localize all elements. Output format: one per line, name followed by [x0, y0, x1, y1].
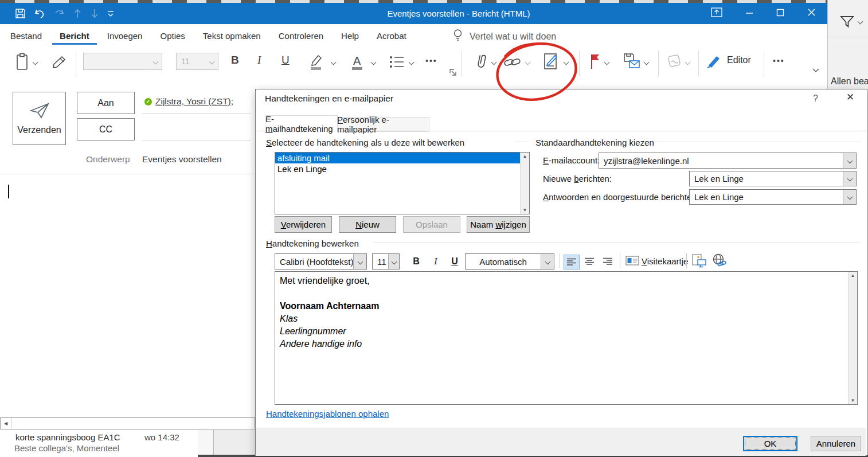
- align-right-button[interactable]: [600, 255, 615, 268]
- signature-size-combo[interactable]: 11: [372, 253, 400, 269]
- new-button[interactable]: Nieuw: [339, 216, 396, 233]
- collapse-ribbon-icon[interactable]: [812, 68, 820, 73]
- more-commands-button[interactable]: •••: [773, 56, 785, 65]
- tab-personal-stationery[interactable]: Persoonlijk e-mailpapier: [337, 117, 429, 132]
- save-send-dropdown-icon[interactable]: [644, 60, 650, 65]
- sig-bold-button[interactable]: B: [409, 255, 424, 268]
- ok-button[interactable]: OK: [743, 436, 797, 451]
- move-up-icon: [73, 8, 82, 19]
- signature-item-selected[interactable]: afsluiting mail: [275, 153, 529, 163]
- signature-font-combo[interactable]: Calibri (Hoofdtekst): [275, 253, 367, 269]
- sig-underline-button[interactable]: U: [447, 255, 462, 268]
- filter-dropdown-icon[interactable]: [858, 19, 863, 25]
- cc-button[interactable]: CC: [77, 118, 135, 140]
- paste-dropdown-icon[interactable]: [33, 60, 38, 65]
- tab-help[interactable]: Help: [334, 26, 366, 45]
- send-label: Verzenden: [17, 125, 61, 135]
- scroll-up-icon[interactable]: ▲: [851, 273, 855, 278]
- highlight-button[interactable]: [308, 53, 324, 72]
- dialog-title: Handtekeningen en e-mailpapier: [265, 93, 393, 104]
- rename-button[interactable]: Naam wijzigen: [467, 216, 530, 233]
- format-painter-button[interactable]: [52, 55, 68, 70]
- filter-icon[interactable]: [839, 15, 855, 33]
- save-icon[interactable]: [15, 8, 26, 19]
- font-color-combo[interactable]: Automatisch: [465, 253, 554, 269]
- message-preview: Beste collega's, Momenteel: [14, 443, 119, 453]
- cancel-button[interactable]: Annuleren: [811, 436, 861, 451]
- replies-forwards-combo[interactable]: Lek en Linge: [689, 189, 857, 205]
- signature-list[interactable]: afsluiting mail Lek en Linge ▲ ▼: [275, 152, 530, 214]
- scroll-up-icon[interactable]: ▲: [523, 154, 527, 159]
- bullets-icon: [389, 55, 405, 69]
- maximize-icon[interactable]: [776, 9, 784, 19]
- close-icon[interactable]: [807, 8, 816, 19]
- email-account-combo[interactable]: yzijlstra@lekenlinge.nl: [599, 153, 857, 169]
- align-center-button[interactable]: [582, 255, 597, 268]
- to-field-underline: [142, 113, 251, 114]
- tab-bestand[interactable]: Bestand: [3, 26, 49, 45]
- tab-invoegen[interactable]: Invoegen: [100, 26, 150, 45]
- paper-plane-icon: [29, 102, 50, 119]
- align-left-button[interactable]: [564, 255, 580, 269]
- business-card-icon[interactable]: [625, 256, 639, 268]
- highlight-dropdown-icon[interactable]: [331, 60, 337, 65]
- minimize-icon[interactable]: [745, 9, 753, 19]
- font-color-button[interactable]: A: [350, 53, 365, 72]
- signature-line-name: Voornaam Achternaam: [280, 300, 379, 313]
- customize-qat-icon[interactable]: [107, 10, 114, 17]
- bullets-button[interactable]: [389, 55, 405, 69]
- insert-picture-icon[interactable]: [692, 254, 707, 270]
- tab-opties[interactable]: Opties: [153, 26, 192, 45]
- dialog-launcher-icon[interactable]: [449, 69, 457, 76]
- scroll-down-icon[interactable]: ▼: [851, 398, 855, 403]
- italic-button[interactable]: I: [257, 54, 261, 67]
- editor-label[interactable]: Editor: [727, 55, 751, 65]
- bullets-dropdown-icon[interactable]: [409, 60, 415, 65]
- underline-button[interactable]: U: [281, 54, 290, 67]
- font-color-dropdown-icon[interactable]: [371, 60, 377, 65]
- sig-italic-button[interactable]: I: [428, 255, 443, 268]
- signature-line-class: Klas: [280, 313, 379, 325]
- close-icon[interactable]: ✕: [843, 91, 858, 105]
- horizontal-scrollbar[interactable]: ◀: [0, 417, 255, 429]
- message-subject[interactable]: korte spanningsboog EA1C: [15, 432, 120, 442]
- group-line: [515, 142, 529, 142]
- format-painter-icon: [52, 55, 68, 70]
- ribbon-display-options-icon[interactable]: [711, 7, 722, 19]
- group-divider: [764, 50, 764, 77]
- send-button[interactable]: Verzenden: [13, 92, 66, 145]
- undo-icon[interactable]: [34, 8, 45, 19]
- paste-button[interactable]: [15, 53, 30, 71]
- compose-body[interactable]: ◀: [0, 174, 255, 431]
- delete-button[interactable]: Verwijderen: [275, 216, 332, 233]
- bold-button[interactable]: B: [231, 54, 239, 67]
- get-signature-templates-link[interactable]: Handtekeningsjablonen ophalen: [266, 409, 389, 419]
- list-scrollbar[interactable]: ▲ ▼: [520, 153, 529, 214]
- signature-item[interactable]: Lek en Linge: [275, 163, 529, 174]
- editor-scrollbar[interactable]: ▲ ▼: [848, 272, 857, 404]
- more-formatting-button[interactable]: •••: [425, 56, 437, 65]
- save-send-button[interactable]: [623, 52, 641, 71]
- presence-badge: ✓: [144, 98, 152, 106]
- tab-acrobat[interactable]: Acrobat: [369, 26, 414, 45]
- tab-bericht[interactable]: Bericht: [52, 26, 97, 45]
- hyperlink-globe-icon[interactable]: [711, 253, 726, 270]
- to-button[interactable]: Aan: [77, 92, 135, 114]
- tab-tekst-opmaken[interactable]: Tekst opmaken: [196, 26, 268, 45]
- flag-dropdown-icon[interactable]: [604, 60, 610, 65]
- editor-pen-icon: [706, 54, 722, 69]
- message-time: wo 14:32: [144, 432, 179, 442]
- editor-button[interactable]: [706, 54, 722, 69]
- tab-controleren[interactable]: Controleren: [271, 26, 331, 45]
- signature-editor[interactable]: Met vriendelijke groet, Voornaam Achtern…: [275, 271, 858, 405]
- business-card-button[interactable]: Visitekaartje: [642, 256, 688, 266]
- window-title: Eventjes voorstellen - Bericht (HTML): [275, 9, 642, 18]
- redo-icon: [53, 8, 65, 19]
- tab-email-signature[interactable]: E-mailhandtekening: [265, 115, 338, 132]
- new-messages-combo[interactable]: Lek en Linge: [689, 171, 857, 186]
- subject-value[interactable]: Eventjes voorstellen: [142, 154, 222, 165]
- recipient-chip[interactable]: Zijlstra, Yosri (ZST);: [155, 96, 233, 107]
- help-button[interactable]: ?: [813, 93, 818, 104]
- scroll-down-icon[interactable]: ▼: [523, 208, 527, 213]
- scroll-left-arrow-icon[interactable]: ◀: [1, 418, 11, 429]
